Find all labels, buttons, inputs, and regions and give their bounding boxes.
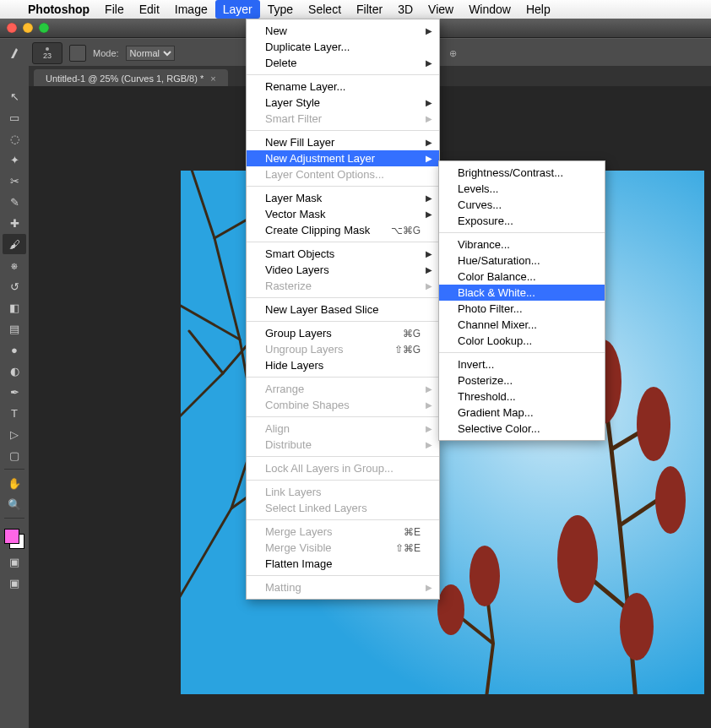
layer-menu-item-smart-filter: Smart Filter▶ <box>247 111 439 127</box>
adjustment-item-posterize[interactable]: Posterize... <box>439 372 605 388</box>
mac-menubar: PhotoshopFileEditImageLayerTypeSelectFil… <box>0 0 711 19</box>
layer-menu-item-merge-layers: Merge Layers⌘E <box>247 524 439 540</box>
menubar-item-window[interactable]: Window <box>461 0 518 19</box>
submenu-arrow-icon: ▶ <box>426 98 432 107</box>
layer-menu-item-hide-layers[interactable]: Hide Layers <box>247 357 439 373</box>
layer-menu-item-distribute: Distribute▶ <box>247 437 439 453</box>
adjustment-item-exposure[interactable]: Exposure... <box>439 213 605 229</box>
svg-point-5 <box>557 515 598 603</box>
zoom-window-button[interactable] <box>39 23 49 33</box>
shape-tool[interactable]: ▢ <box>3 445 26 465</box>
layer-menu-item-create-clipping-mask[interactable]: Create Clipping Mask⌥⌘G <box>247 222 439 238</box>
menubar-item-app[interactable]: Photoshop <box>20 0 97 19</box>
menubar-item-filter[interactable]: Filter <box>349 0 390 19</box>
brush-tool[interactable]: 🖌 <box>3 234 26 254</box>
eyedropper-tool[interactable]: ✎ <box>3 192 26 212</box>
layer-menu-item-new-adjustment-layer[interactable]: New Adjustment Layer▶ <box>247 150 439 166</box>
close-window-button[interactable] <box>7 23 17 33</box>
layer-menu-item-lock-all-layers-in-group: Lock All Layers in Group... <box>247 460 439 476</box>
menubar-item-type[interactable]: Type <box>260 0 301 19</box>
adjustment-item-invert[interactable]: Invert... <box>439 356 605 372</box>
gradient-tool[interactable]: ▤ <box>3 318 26 339</box>
history-brush-tool[interactable]: ↺ <box>3 276 26 296</box>
symmetry-icon[interactable]: ⊕ <box>444 44 463 62</box>
layer-menu-item-new-layer-based-slice[interactable]: New Layer Based Slice <box>247 302 439 318</box>
submenu-arrow-icon: ▶ <box>426 384 432 394</box>
close-icon[interactable]: × <box>210 73 215 84</box>
adjustment-item-vibrance[interactable]: Vibrance... <box>439 236 605 253</box>
layer-menu-item-arrange: Arrange▶ <box>247 381 439 397</box>
blend-mode-select[interactable]: Normal <box>126 46 175 61</box>
adjustment-item-curves[interactable]: Curves... <box>439 197 605 213</box>
svg-point-4 <box>655 466 686 534</box>
blur-tool[interactable]: ● <box>3 340 26 360</box>
layer-menu-item-flatten-image[interactable]: Flatten Image <box>247 556 439 572</box>
minimize-window-button[interactable] <box>23 23 33 33</box>
clone-stamp-tool[interactable]: ⎈ <box>3 255 26 275</box>
menubar-item-select[interactable]: Select <box>301 0 349 19</box>
layer-menu-item-delete[interactable]: Delete▶ <box>247 55 439 71</box>
menubar-item-file[interactable]: File <box>97 0 132 19</box>
healing-brush-tool[interactable]: ✚ <box>3 213 26 233</box>
current-tool-icon[interactable] <box>7 44 25 62</box>
layer-menu-item-vector-mask[interactable]: Vector Mask▶ <box>247 206 439 222</box>
layer-menu-item-new-fill-layer[interactable]: New Fill Layer▶ <box>247 134 439 150</box>
submenu-arrow-icon: ▶ <box>426 26 432 35</box>
adjustment-item-photo-filter[interactable]: Photo Filter... <box>439 301 605 317</box>
quick-select-tool[interactable]: ✦ <box>3 149 26 170</box>
document-tab[interactable]: Untitled-1 @ 25% (Curves 1, RGB/8) * × <box>34 69 228 87</box>
submenu-arrow-icon: ▶ <box>426 400 432 410</box>
quick-mask-toggle[interactable]: ▣ <box>3 551 26 572</box>
brush-size-value: 23 <box>43 52 52 60</box>
adjustment-item-black-white[interactable]: Black & White... <box>439 285 605 301</box>
menubar-item-help[interactable]: Help <box>518 0 558 19</box>
layer-menu-item-rasterize: Rasterize▶ <box>247 278 439 294</box>
layer-menu-item-layer-style[interactable]: Layer Style▶ <box>247 95 439 111</box>
color-swatches[interactable] <box>3 527 26 551</box>
menubar-item-edit[interactable]: Edit <box>132 0 167 19</box>
adjustment-item-levels[interactable]: Levels... <box>439 181 605 197</box>
submenu-arrow-icon: ▶ <box>426 154 432 163</box>
lasso-tool[interactable]: ◌ <box>3 128 26 149</box>
brush-preset-picker[interactable]: 23 <box>32 42 62 64</box>
zoom-tool[interactable]: 🔍 <box>3 494 26 514</box>
layer-menu-item-new[interactable]: New▶ <box>247 23 439 39</box>
submenu-arrow-icon: ▶ <box>426 138 432 147</box>
adjustment-item-hue-saturation[interactable]: Hue/Saturation... <box>439 253 605 269</box>
type-tool[interactable]: T <box>3 403 26 423</box>
eraser-tool[interactable]: ◧ <box>3 297 26 318</box>
submenu-arrow-icon: ▶ <box>426 583 432 592</box>
marquee-tool[interactable]: ▭ <box>3 107 26 128</box>
layer-menu-item-duplicate-layer[interactable]: Duplicate Layer... <box>247 39 439 55</box>
layer-menu-item-select-linked-layers: Select Linked Layers <box>247 500 439 516</box>
window-controls <box>7 23 49 33</box>
adjustment-item-threshold[interactable]: Threshold... <box>439 388 605 405</box>
brush-panel-toggle[interactable] <box>69 45 86 62</box>
adjustment-item-brightness-contrast[interactable]: Brightness/Contrast... <box>439 165 605 181</box>
layer-menu-item-smart-objects[interactable]: Smart Objects▶ <box>247 246 439 262</box>
adjustment-item-color-lookup[interactable]: Color Lookup... <box>439 333 605 349</box>
path-select-tool[interactable]: ▷ <box>3 424 26 444</box>
layer-menu-item-video-layers[interactable]: Video Layers▶ <box>247 262 439 278</box>
move-tool[interactable]: ↖ <box>3 86 26 106</box>
adjustment-item-gradient-map[interactable]: Gradient Map... <box>439 405 605 421</box>
menubar-item-view[interactable]: View <box>421 0 461 19</box>
adjustment-item-channel-mixer[interactable]: Channel Mixer... <box>439 317 605 333</box>
foreground-color-swatch[interactable] <box>4 529 19 544</box>
dodge-tool[interactable]: ◐ <box>3 361 26 381</box>
screen-mode-toggle[interactable]: ▣ <box>3 573 26 593</box>
pen-tool[interactable]: ✒ <box>3 382 26 402</box>
layer-menu-item-layer-mask[interactable]: Layer Mask▶ <box>247 190 439 206</box>
crop-tool[interactable]: ✂ <box>3 171 26 191</box>
adjustment-item-color-balance[interactable]: Color Balance... <box>439 269 605 285</box>
layer-menu-item-group-layers[interactable]: Group Layers⌘G <box>247 325 439 341</box>
svg-point-8 <box>437 584 464 635</box>
menubar-item-image[interactable]: Image <box>167 0 215 19</box>
menubar-item-layer[interactable]: Layer <box>215 0 260 19</box>
submenu-arrow-icon: ▶ <box>426 209 432 219</box>
menubar-item-3d[interactable]: 3D <box>390 0 421 19</box>
svg-point-7 <box>469 546 500 606</box>
layer-menu-item-rename-layer[interactable]: Rename Layer... <box>247 79 439 95</box>
adjustment-item-selective-color[interactable]: Selective Color... <box>439 421 605 437</box>
hand-tool[interactable]: ✋ <box>3 473 26 493</box>
